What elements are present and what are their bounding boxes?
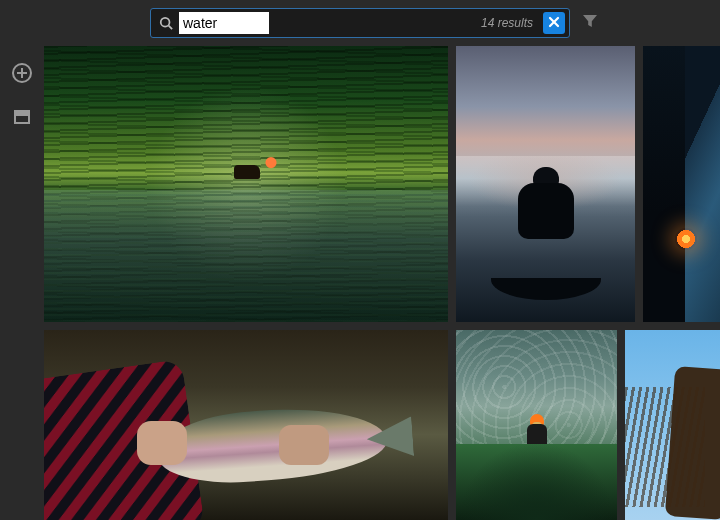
svg-rect-7: [14, 110, 30, 114]
results-count: 14 results: [481, 16, 533, 30]
clear-search-button[interactable]: [543, 12, 565, 34]
close-icon: [548, 14, 560, 32]
archive-icon: [12, 106, 32, 130]
photo-sky-hair[interactable]: [625, 330, 720, 520]
plus-circle-icon: [11, 62, 33, 88]
photo-willow-pond[interactable]: [44, 46, 448, 322]
search-field[interactable]: 14 results: [150, 8, 570, 38]
svg-line-1: [169, 26, 173, 30]
photo-river-wader[interactable]: [456, 330, 617, 520]
archive-button[interactable]: [12, 106, 32, 130]
photo-campfire-mountain[interactable]: [643, 46, 720, 322]
photo-grid: [44, 46, 720, 520]
search-input[interactable]: [179, 12, 269, 34]
filter-button[interactable]: [582, 13, 598, 33]
svg-point-0: [161, 18, 170, 27]
sidebar: [0, 46, 44, 520]
search-icon: [159, 16, 173, 30]
topbar: 14 results: [0, 0, 720, 46]
add-button[interactable]: [11, 62, 33, 88]
photo-trout-catch[interactable]: [44, 330, 448, 520]
photo-canoe-dusk[interactable]: [456, 46, 634, 322]
funnel-icon: [582, 13, 598, 33]
